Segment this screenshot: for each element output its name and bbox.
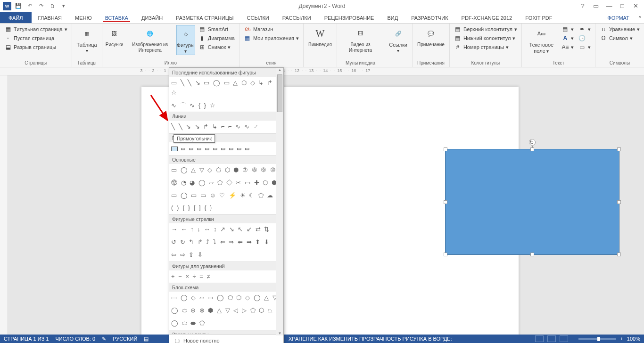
wordart-button[interactable]: A▾ [560, 34, 575, 42]
gallery-basic-4[interactable]: ( ) { } [ ] { } [169, 202, 283, 214]
status-track-icon[interactable]: ▤ [144, 336, 149, 342]
maximize-button[interactable]: □ [618, 1, 627, 11]
save-button[interactable]: 💾 [13, 1, 24, 11]
tab-review[interactable]: РЕЦЕНЗИРОВАНИЕ [318, 12, 381, 23]
rect-glyphs[interactable]: ▭ ▭ ▭ ▭ ▭ ▭ ▭ ▭ ▭ [181, 146, 250, 151]
tab-layout[interactable]: РАЗМЕТКА СТРАНИЦЫ [169, 12, 240, 23]
rectangle-shape-hover[interactable] [171, 147, 178, 151]
gallery-basic-2[interactable]: ⑫ ◔ ◕ ◯ ▱ ⬠ ◇ ✂ ▭ ✚ ⬡ ⬢ [169, 177, 283, 189]
new-canvas-button[interactable]: ▢ Новое полотно [169, 334, 283, 343]
selected-rectangle-shape[interactable]: ↻ [445, 149, 619, 255]
online-pictures-button[interactable]: 🌐Изображения из Интернета [126, 25, 174, 54]
smartart-button[interactable]: ▤SmartArt [197, 25, 236, 33]
resize-handle-sw[interactable] [444, 253, 447, 256]
wikipedia-button[interactable]: WВикипедия [306, 25, 334, 49]
scrollbar-thumb[interactable] [277, 74, 282, 112]
document-canvas[interactable]: ↻ [8, 75, 644, 335]
close-button[interactable]: ✕ [631, 1, 640, 11]
gallery-basic-1[interactable]: ▭ ◯ △ ▽ ◇ ⬠ ⬡ ⬢ ⑦ ⑧ ⑨ ⑩ [169, 164, 283, 177]
rotate-handle[interactable]: ↻ [529, 139, 536, 146]
collapse-ribbon-icon[interactable]: ^ [636, 12, 644, 23]
page-break-button[interactable]: ⬓Разрыв страницы [3, 43, 69, 51]
links-button[interactable]: 🔗Ссылки▾ [387, 25, 409, 54]
store-button[interactable]: 🛍Магазин [242, 25, 300, 33]
zoom-level[interactable]: 100% [627, 336, 640, 342]
gallery-arrows-2[interactable]: ↺ ↻ ↰ ↱ ⤴ ⤵ ⇐ ⇒ ⬅ ➡ ⬆ ⬇ [169, 236, 283, 249]
screenshot-button[interactable]: ⊞Снимок ▾ [197, 43, 236, 51]
online-video-button[interactable]: 🎞Видео из Интернета [340, 25, 381, 54]
my-apps-button[interactable]: ▦Мои приложения ▾ [242, 34, 300, 42]
status-proofing-icon[interactable]: ✎ [102, 336, 106, 342]
tab-menu[interactable]: Меню [68, 12, 99, 23]
tab-insert[interactable]: ВСТАВКА [99, 12, 135, 23]
signature-button[interactable]: ✒▾ [577, 25, 592, 33]
tab-home[interactable]: ГЛАВНАЯ [32, 12, 68, 23]
chart-button[interactable]: ▮Диаграмма [197, 34, 236, 42]
qat-customize-icon[interactable]: ▾ [58, 1, 69, 11]
resize-handle-se[interactable] [617, 253, 621, 256]
status-word-count[interactable]: ЧИСЛО СЛОВ: 0 [56, 336, 96, 342]
view-web-button[interactable] [560, 335, 568, 342]
textbox-button[interactable]: A▭Текстовое поле ▾ [525, 25, 558, 55]
gallery-arrows-1[interactable]: → ← ↑ ↓ ↔ ↕ ↗ ↘ ↖ ↙ ⇄ ⇅ [169, 223, 283, 236]
vertical-ruler[interactable] [0, 75, 8, 335]
horizontal-ruler[interactable]: 3 · · 2 · · 1 6 · · 7 · · 8 · · 9 · · 10… [0, 67, 644, 75]
pictures-button[interactable]: 🖼Рисунки [105, 25, 124, 49]
gallery-section-equation: Фигуры для уравнений [169, 261, 283, 270]
cover-page-button[interactable]: ▦Титульная страница ▾ [3, 25, 69, 33]
tab-mailings[interactable]: РАССЫЛКИ [276, 12, 318, 23]
dropcap-button[interactable]: A≡▾ [560, 43, 575, 51]
status-language[interactable]: РУССКИЙ [113, 336, 137, 342]
gallery-equation[interactable]: + − × ÷ = ≠ [169, 270, 283, 283]
tab-pdf-xchange[interactable]: PDF-XChange 2012 [455, 12, 519, 23]
resize-handle-ne[interactable] [617, 147, 621, 151]
zoom-in-button[interactable]: + [620, 336, 623, 342]
ribbon-options-button[interactable]: ▭ [591, 1, 601, 11]
table-button[interactable]: ▦ Таблица▾ [75, 25, 99, 54]
gallery-flow-3[interactable]: ◯ ⬭ ⬬ ⬠ [169, 317, 283, 330]
app-icon[interactable]: W [2, 1, 12, 11]
resize-handle-s[interactable] [530, 253, 534, 256]
quick-parts-button[interactable]: ▤▾ [560, 25, 575, 33]
shapes-button[interactable]: ◇Фигуры▾ [176, 25, 195, 55]
equation-button[interactable]: πУравнение ▾ [598, 25, 641, 33]
zoom-out-button[interactable]: − [572, 336, 575, 342]
tab-format[interactable]: ФОРМАТ [601, 12, 636, 23]
gallery-recent-shapes[interactable]: ▭ ╲ ╲ ↘ ▭ ◯ ▭ △ ⬡ ◇ ↳ ↱ ☆ [169, 77, 283, 99]
resize-handle-nw[interactable] [444, 147, 447, 151]
tab-file[interactable]: ФАЙЛ [0, 12, 32, 23]
gallery-lines[interactable]: ╲ ╲ ↘ ↘ ↱ ↳ ⌐ ⌐ ∿ ∿ ⟋ [169, 121, 283, 133]
gallery-rectangles[interactable]: ▭ ▭ ▭ ▭ ▭ ▭ ▭ ▭ ▭ [169, 142, 283, 155]
view-print-button[interactable] [547, 335, 556, 342]
minimize-button[interactable]: — [604, 1, 614, 11]
zoom-slider[interactable] [578, 338, 616, 340]
gallery-recent-shapes-2[interactable]: ∿ ⌒ ∿ { } ☆ [169, 99, 283, 112]
resize-handle-w[interactable] [444, 200, 447, 204]
object-button[interactable]: ▭▾ [577, 43, 592, 51]
gallery-arrows-3[interactable]: ⇦ ⇨ ⇧ ⇩ [169, 249, 283, 261]
resize-handle-n[interactable] [530, 147, 534, 151]
symbol-button[interactable]: ΩСимвол ▾ [598, 34, 641, 42]
header-button[interactable]: ▤Верхний колонтитул ▾ [453, 25, 519, 33]
view-read-button[interactable] [535, 335, 544, 342]
gallery-basic-3[interactable]: ▭ ◯ ▭ ▭ ☺ ♡ ⚡ ☀ ☾ ⬠ ☁ [169, 189, 283, 202]
tab-foxit[interactable]: Foxit PDF [519, 12, 559, 23]
tab-view[interactable]: ВИД [380, 12, 405, 23]
resize-handle-e[interactable] [617, 200, 621, 204]
new-doc-button[interactable]: 🗋 [47, 1, 58, 11]
datetime-button[interactable]: 🕒 [577, 34, 592, 42]
tab-design[interactable]: ДИЗАЙН [135, 12, 169, 23]
gallery-flow-2[interactable]: ◯ ⬭ ⊕ ⊗ ⬢ △ ▽ ◁ ▷ ⬠ ⬡ ⏢ [169, 304, 283, 317]
gallery-flow-1[interactable]: ▭ ◯ ◇ ▱ ▭ ◯ ⬠ ⬡ ◇ ◯ △ ▽ [169, 292, 283, 304]
footer-button[interactable]: ▤Нижний колонтитул ▾ [453, 34, 519, 42]
undo-button[interactable]: ↶ [25, 1, 35, 11]
tab-developer[interactable]: РАЗРАБОТЧИК [405, 12, 454, 23]
tab-references[interactable]: ССЫЛКИ [240, 12, 276, 23]
page-number-button[interactable]: #Номер страницы ▾ [453, 43, 519, 51]
gallery-scrollbar[interactable]: ▲ ▼ [276, 68, 283, 335]
help-button[interactable]: ? [578, 1, 587, 11]
comment-button[interactable]: 💬Примечание [415, 25, 446, 49]
blank-page-button[interactable]: ▫Пустая страница [3, 34, 69, 42]
redo-button[interactable]: ↷ [36, 1, 46, 11]
status-page[interactable]: СТРАНИЦА 1 ИЗ 1 [4, 336, 49, 342]
